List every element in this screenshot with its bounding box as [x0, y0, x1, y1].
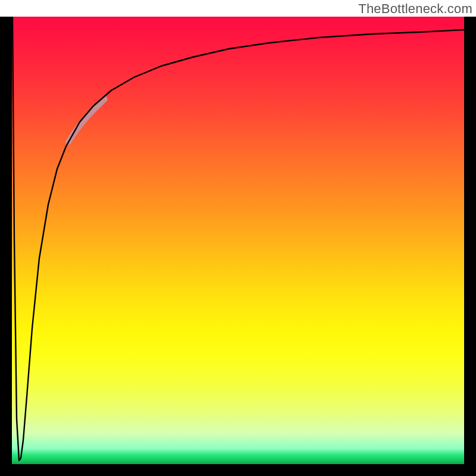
- plot-frame: [0, 17, 476, 476]
- watermark-text: TheBottleneck.com: [358, 1, 472, 17]
- plot-area: [12, 17, 464, 464]
- main-curve: [12, 17, 464, 461]
- chart-container: TheBottleneck.com: [0, 0, 476, 476]
- highlight-segment: [68, 99, 105, 142]
- curve-svg: [12, 17, 464, 464]
